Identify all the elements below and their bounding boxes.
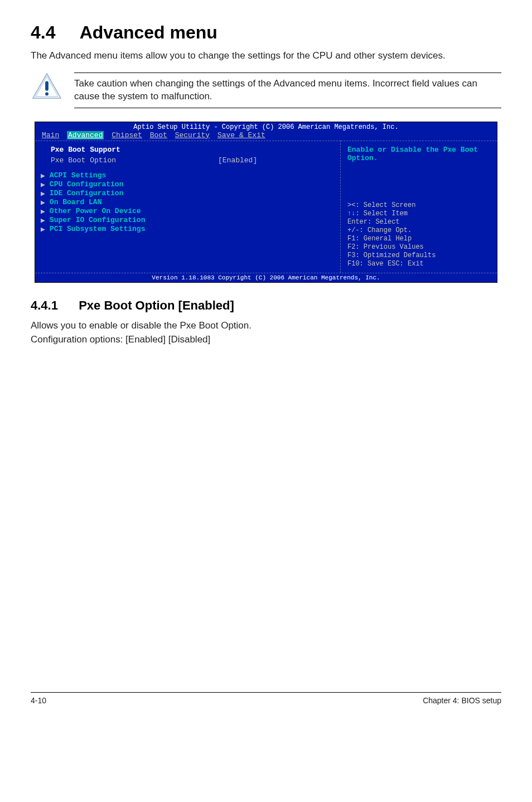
key-row: ↑↓: Select Item — [347, 210, 490, 218]
section-intro: The Advanced menu items allow you to cha… — [31, 50, 501, 62]
submenu-arrow-icon: ▶ — [41, 216, 45, 225]
bios-submenu-item: ▶IDE Configuration — [41, 189, 333, 198]
subsection-title-text: Pxe Boot Option [Enabled] — [79, 298, 234, 312]
bios-help-pane: Enable or Disable the Pxe Boot Option. >… — [341, 141, 497, 273]
bios-footer: Version 1.18.1083 Copyright (C) 2006 Ame… — [35, 273, 497, 282]
submenu-arrow-icon: ▶ — [41, 207, 45, 216]
section-number: 4.4 — [31, 22, 75, 43]
submenu-label: IDE Configuration — [50, 189, 124, 197]
submenu-arrow-icon: ▶ — [41, 198, 45, 207]
key-row: F1: General Help — [347, 235, 490, 243]
bios-header: Aptio Setup Utility - Copyright (C) 2006… — [35, 122, 497, 131]
subsection-para: Allows you to enable or disable the Pxe … — [31, 320, 501, 332]
key-row: +/-: Change Opt. — [347, 226, 490, 235]
bios-menubar: Main Advanced Chipset Boot Security Save… — [35, 131, 497, 141]
page-footer: 4-10 Chapter 4: BIOS setup — [31, 692, 501, 705]
subsection-para: Configuration options: [Enabled] [Disabl… — [31, 334, 501, 346]
bios-option-label: Pxe Boot Option — [51, 156, 218, 165]
caution-text: Take caution when changing the settings … — [74, 73, 501, 108]
submenu-label: PCI Subsystem Settings — [50, 225, 146, 233]
key-row: F3: Optimized Defaults — [347, 252, 490, 260]
bios-submenu-item: ▶On Board LAN — [41, 198, 333, 207]
submenu-arrow-icon: ▶ — [41, 180, 45, 189]
bios-option-value: [Enabled] — [218, 156, 257, 165]
bios-left-pane: Pxe Boot Support Pxe Boot Option [Enable… — [35, 141, 341, 273]
svg-rect-0 — [45, 81, 49, 90]
submenu-arrow-icon: ▶ — [41, 225, 45, 234]
menu-boot: Boot — [150, 131, 167, 139]
bios-screenshot: Aptio Setup Utility - Copyright (C) 2006… — [35, 122, 497, 283]
menu-save-exit: Save & Exit — [217, 131, 265, 139]
bios-submenu-item: ▶Super IO Configuration — [41, 216, 333, 225]
subsection-number: 4.4.1 — [31, 298, 75, 313]
bios-submenu-item: ▶PCI Subsystem Settings — [41, 225, 333, 234]
submenu-label: On Board LAN — [50, 198, 102, 206]
key-row: ><: Select Screen — [347, 201, 490, 210]
subsection-heading: 4.4.1 Pxe Boot Option [Enabled] — [31, 298, 501, 313]
svg-point-1 — [45, 93, 49, 96]
bios-key-legend: ><: Select Screen ↑↓: Select Item Enter:… — [347, 201, 490, 268]
bios-support-label: Pxe Boot Support — [51, 146, 333, 154]
submenu-arrow-icon: ▶ — [41, 189, 45, 198]
bios-submenu-item: ▶Other Power On Device — [41, 207, 333, 216]
menu-main: Main — [42, 131, 59, 139]
menu-advanced: Advanced — [67, 131, 104, 139]
submenu-label: ACPI Settings — [50, 171, 106, 180]
caution-icon — [31, 73, 63, 100]
submenu-label: Super IO Configuration — [50, 216, 146, 224]
menu-security: Security — [175, 131, 210, 139]
chapter-label: Chapter 4: BIOS setup — [423, 696, 501, 705]
bios-main-panel: Pxe Boot Support Pxe Boot Option [Enable… — [35, 141, 497, 273]
key-row: Enter: Select — [347, 218, 490, 226]
key-row: F2: Previous Values — [347, 243, 490, 252]
menu-chipset: Chipset — [112, 131, 142, 139]
submenu-arrow-icon: ▶ — [41, 171, 45, 180]
caution-note: Take caution when changing the settings … — [31, 73, 501, 108]
bios-help-text: Enable or Disable the Pxe Boot Option. — [347, 146, 490, 162]
section-heading: 4.4 Advanced menu — [31, 22, 501, 43]
bios-submenu-item: ▶ACPI Settings — [41, 171, 333, 180]
submenu-label: Other Power On Device — [50, 207, 141, 215]
key-row: F10: Save ESC: Exit — [347, 260, 490, 268]
page-number: 4-10 — [31, 696, 46, 705]
bios-submenu-item: ▶CPU Configuration — [41, 180, 333, 189]
submenu-label: CPU Configuration — [50, 180, 124, 189]
section-title-text: Advanced menu — [80, 22, 217, 42]
